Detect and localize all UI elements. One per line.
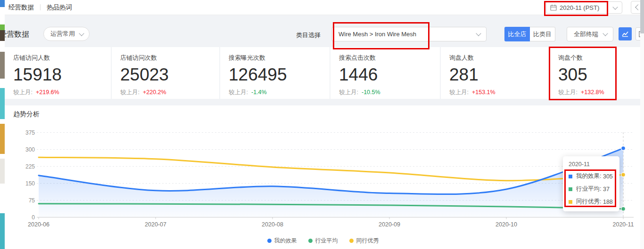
line-chart-view-button[interactable]: [619, 27, 632, 40]
kpi-card-inquiry-count[interactable]: 询盘个数 305 较上月:+132.8%: [550, 47, 641, 99]
kpi-change-label: 较上月:: [229, 89, 248, 96]
legend-label: 我的效果: [274, 237, 297, 245]
legend-item-industry-average[interactable]: 行业平均: [308, 237, 338, 245]
kpi-change-value: +219.6%: [36, 89, 59, 96]
tooltip-value: 37: [603, 186, 610, 193]
compare-category-button[interactable]: 比类目: [530, 27, 555, 41]
line-chart-icon: [621, 30, 629, 38]
strip-image-segment: [0, 7, 5, 24]
strip-image-segment: [0, 159, 5, 184]
chevron-down-icon: [79, 31, 84, 36]
kpi-card-search-clicks[interactable]: 搜索点击次数 1446 较上月:-10.5%: [330, 47, 440, 99]
tooltip-row: 同行优秀: 188: [569, 198, 614, 206]
compare-button-group: 比全店 比类目: [504, 27, 555, 41]
category-select[interactable]: Wire Mesh > Iron Wire Mesh: [331, 27, 487, 41]
strip-image-segment: [0, 88, 5, 119]
kpi-label: 询盘个数: [558, 54, 641, 62]
tooltip-row: 我的效果: 305: [569, 172, 614, 180]
terminal-dropdown[interactable]: 全部终端: [567, 27, 613, 41]
tab-hot-keywords[interactable]: 热品热词: [47, 3, 72, 12]
kpi-label: 询盘人数: [449, 54, 549, 62]
kpi-card-store-visitors[interactable]: 店铺访问人数 15918 较上月:+219.6%: [5, 47, 111, 99]
tooltip-label: 我的效果:: [576, 172, 601, 180]
strip-image-segment: [0, 213, 5, 249]
left-image-strip: [0, 0, 5, 249]
kpi-label: 搜索点击次数: [339, 54, 440, 62]
trend-title: 趋势分析: [13, 110, 40, 119]
kpi-label: 店铺访问人数: [13, 54, 111, 62]
kpi-change-label: 较上月:: [449, 89, 469, 96]
kpi-value: 305: [558, 65, 641, 85]
date-picker-value: 2020-11 (PST): [560, 4, 613, 11]
legend-dot-blue: [267, 239, 272, 243]
strip-image-segment: [0, 79, 5, 88]
chevron-down-icon: [603, 31, 608, 36]
strip-image-segment: [0, 24, 5, 30]
category-select-value: Wire Mesh > Iron Wire Mesh: [339, 31, 416, 38]
series-marker-my-effect: [569, 175, 572, 178]
topbar: 经营数据 热品热词 2020-11 (PST): [0, 0, 644, 15]
strip-image-segment: [0, 184, 5, 213]
kpi-change-label: 较上月:: [558, 89, 578, 96]
kpi-value: 25023: [120, 65, 219, 85]
kpi-card-search-impressions[interactable]: 搜索曝光次数 126495 较上月:-1.4%: [220, 47, 330, 99]
dashboard-screen: 经营数据 热品热词 2020-11 (PST) 经营数据 运营常用 类目选择 W…: [0, 0, 644, 249]
kpi-change-value: -10.5%: [362, 89, 380, 96]
terminal-dropdown-value: 全部终端: [574, 30, 598, 39]
kpi-change-value: +132.8%: [581, 89, 604, 96]
chart-tooltip: 2020-11 我的效果: 305 行业平均: 37 同行优秀: 188: [563, 156, 619, 211]
scrollbar-thumb[interactable]: [640, 0, 644, 33]
kpi-card-inquiry-people[interactable]: 询盘人数 281 较上月:+153.1%: [441, 47, 549, 99]
trend-panel: [5, 105, 641, 249]
kpi-change-value: +153.1%: [472, 89, 495, 96]
kpi-value: 281: [449, 65, 549, 85]
legend-item-my-effect[interactable]: 我的效果: [267, 237, 297, 245]
kpi-label: 店铺访问次数: [120, 54, 219, 62]
tooltip-label: 同行优秀:: [576, 198, 601, 206]
legend-label: 同行优秀: [356, 237, 379, 245]
tooltip-label: 行业平均:: [576, 185, 601, 193]
tab-divider: [40, 4, 41, 10]
kpi-change-value: -1.4%: [251, 89, 267, 96]
kpi-label: 搜索曝光次数: [229, 54, 330, 62]
legend-label: 行业平均: [315, 237, 338, 245]
kpi-change-value: +220.2%: [143, 89, 166, 96]
series-marker-industry-average: [569, 187, 572, 191]
calendar-icon: [550, 4, 557, 11]
kpi-value: 126495: [229, 65, 330, 85]
tab-business-data[interactable]: 经营数据: [8, 3, 34, 12]
legend-dot-green: [308, 239, 313, 243]
chart-legend: 我的效果 行业平均 同行优秀: [5, 237, 641, 245]
chevron-down-icon: [612, 4, 618, 9]
strip-image-segment: [0, 41, 5, 52]
series-marker-peer-excellent: [569, 200, 572, 204]
chevron-down-icon: [476, 31, 481, 36]
strip-image-segment: [0, 119, 5, 124]
preset-dropdown-value: 运营常用: [50, 30, 75, 38]
strip-image-segment: [0, 124, 5, 154]
legend-item-peer-excellent[interactable]: 同行优秀: [349, 237, 379, 245]
strip-image-segment: [0, 0, 5, 7]
tooltip-value: 188: [603, 199, 613, 205]
kpi-change-label: 较上月:: [339, 89, 358, 96]
vertical-scrollbar[interactable]: [640, 0, 644, 249]
strip-image-segment: [0, 154, 5, 159]
kpi-card-store-visits[interactable]: 店铺访问次数 25023 较上月:+220.2%: [112, 47, 219, 99]
strip-image-segment: [0, 30, 5, 41]
kpi-change-label: 较上月:: [120, 89, 140, 96]
preset-dropdown[interactable]: 运营常用: [43, 27, 90, 41]
tooltip-value: 305: [603, 173, 613, 180]
legend-dot-yellow: [349, 239, 354, 243]
topbar-tabs: 经营数据 热品热词: [8, 0, 72, 15]
tooltip-title: 2020-11: [569, 161, 614, 168]
kpi-value: 15918: [13, 65, 111, 85]
compare-whole-store-button[interactable]: 比全店: [504, 27, 530, 41]
tooltip-row: 行业平均: 37: [569, 185, 614, 193]
kpi-change-label: 较上月:: [13, 89, 33, 96]
kpi-value: 1446: [339, 65, 440, 85]
strip-image-segment: [0, 52, 5, 79]
date-picker[interactable]: 2020-11 (PST): [546, 1, 622, 14]
category-select-label: 类目选择: [296, 31, 321, 40]
